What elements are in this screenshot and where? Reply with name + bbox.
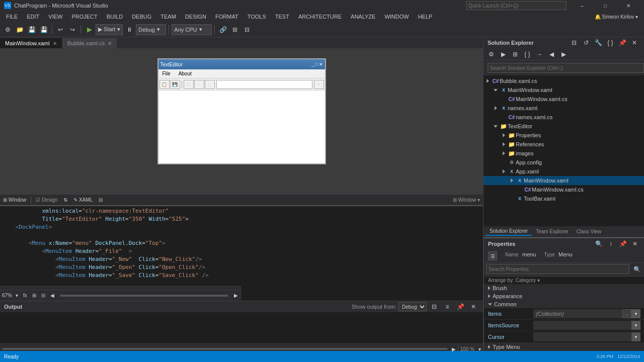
tree-item-images[interactable]: 📁 images [484, 149, 644, 158]
tree-item-mainwindow-xaml[interactable]: X MainWindow.xaml [484, 85, 644, 95]
se-close-btn[interactable]: ✕ [629, 37, 640, 48]
se-tb-btn-6[interactable]: ◀ [546, 49, 557, 60]
se-view-code-btn[interactable]: { } [605, 37, 616, 48]
se-pin-btn[interactable]: 📌 [617, 37, 628, 48]
redo-btn[interactable]: ↪ [67, 24, 78, 35]
prop-val-items[interactable]: (Collection) [533, 309, 622, 318]
menu-project[interactable]: PROJECT [67, 13, 101, 21]
grid-btn[interactable]: ⊟ [96, 197, 106, 203]
prev-tb-italic[interactable]: I [194, 80, 204, 89]
prev-tb-text-input[interactable] [216, 80, 312, 89]
se-refresh-btn[interactable]: ↺ [581, 37, 592, 48]
props-search-btn[interactable]: 🔍 [593, 238, 604, 249]
menu-build[interactable]: BUILD [103, 13, 127, 21]
start-dropdown[interactable]: ▶ Start ▾ [96, 24, 123, 35]
output-scrollbar-h[interactable] [0, 343, 483, 347]
tree-item-properties[interactable]: 📁 Properties [484, 131, 644, 140]
layout-btn-1[interactable]: ⊞ [229, 24, 240, 35]
props-pin-btn[interactable]: 📌 [617, 238, 628, 249]
props-search-input[interactable] [486, 264, 629, 274]
se-tb-btn-4[interactable]: { } [522, 49, 533, 60]
menu-help[interactable]: HELP [414, 13, 437, 21]
platform-dropdown[interactable]: Any CPU ▾ [172, 24, 212, 35]
attach-btn[interactable]: 🔗 [217, 24, 228, 35]
window-dropdown-left[interactable]: ⊞ Window [0, 197, 29, 203]
se-search-input[interactable] [488, 63, 644, 73]
tree-item-toolbar-xaml[interactable]: X ToolBar.xaml [484, 194, 644, 203]
prop-btn-itemssource[interactable]: ▼ [631, 321, 640, 330]
fx-btn[interactable]: fx [22, 293, 29, 298]
preview-close[interactable]: ✕ [319, 62, 323, 67]
save-all-btn[interactable]: 💾 [38, 24, 49, 35]
toggle-btn[interactable]: ⇅ [60, 197, 70, 203]
tree-item-mainwindow-cs[interactable]: C# MainWindow.xaml.cs [484, 95, 644, 104]
snap-btn[interactable]: ⊟ [40, 293, 47, 298]
se-collapse-btn[interactable]: ⊟ [569, 37, 580, 48]
prop-val-cursor[interactable] [533, 332, 631, 341]
prev-tb-btn-extra[interactable]: ▾ [314, 80, 324, 89]
save-btn[interactable]: 💾 [26, 24, 37, 35]
tab-close-bubble[interactable]: ✕ [108, 41, 112, 46]
menu-file[interactable]: FILE [2, 13, 22, 21]
preview-menu-file[interactable]: File [158, 71, 175, 76]
tree-item-names-xaml[interactable]: X names.xaml [484, 104, 644, 113]
design-tab-btn[interactable]: ☑ Design [33, 197, 60, 203]
prev-tb-save[interactable]: 💾 [170, 80, 180, 89]
menu-edit[interactable]: EDIT [23, 13, 43, 21]
menu-window[interactable]: WINDOW [380, 13, 413, 21]
preview-menu-about[interactable]: About [175, 71, 196, 76]
tree-item-references[interactable]: 📁 References [484, 140, 644, 149]
tree-item-bubble[interactable]: C# Bubble.xaml.cs [484, 76, 644, 85]
menu-view[interactable]: VIEW [44, 13, 66, 21]
output-close-btn[interactable]: ✕ [468, 301, 479, 312]
maximize-btn[interactable]: □ [594, 0, 617, 11]
nav-left-btn[interactable]: ◀ [49, 293, 56, 298]
menu-analyze[interactable]: ANALYZE [347, 13, 379, 21]
new-project-btn[interactable]: ⚙ [2, 24, 13, 35]
prop-section-common-header[interactable]: Common [484, 300, 644, 308]
code-scrollbar-h[interactable] [0, 286, 242, 290]
menu-format[interactable]: FORMAT [211, 13, 243, 21]
prop-section-appearance-header[interactable]: Appearance [484, 292, 644, 300]
prop-btn-items[interactable]: … [622, 309, 631, 318]
se-tab-solution[interactable]: Solution Explorer [486, 227, 532, 236]
se-tb-btn-7[interactable]: ▶ [558, 49, 569, 60]
pause-btn[interactable]: ⏸ [124, 24, 135, 35]
nav-right-btn[interactable]: ▶ [232, 293, 239, 298]
layout-btn-2[interactable]: ⊟ [242, 24, 253, 35]
menu-tools[interactable]: TOOLS [244, 13, 270, 21]
prop-section-typemenu-header[interactable]: Type Menu [484, 343, 644, 351]
menu-team[interactable]: TEAM [156, 13, 180, 21]
props-close-btn[interactable]: ✕ [629, 238, 640, 249]
menu-debug[interactable]: DEBUG [128, 13, 155, 21]
close-btn[interactable]: ✕ [617, 0, 640, 11]
se-tab-class[interactable]: Class View [573, 228, 605, 235]
tree-item-app-xaml[interactable]: X App.xaml [484, 167, 644, 176]
output-scrollbar-track[interactable] [2, 348, 448, 350]
menu-design[interactable]: DESIGN [181, 13, 210, 21]
minimize-btn[interactable]: – [571, 0, 594, 11]
tree-item-mainwindow-xaml-2[interactable]: X MainWindow.xaml [484, 176, 644, 185]
output-word-wrap-btn[interactable]: ≡ [442, 301, 453, 312]
props-search-icon[interactable]: 🔍 [631, 264, 642, 275]
quick-launch-input[interactable] [466, 1, 567, 10]
se-tb-btn-2[interactable]: ▶ [498, 49, 509, 60]
tree-item-texteditor-folder[interactable]: 📁 TextEditor [484, 122, 644, 131]
se-tb-btn-3[interactable]: ⊞ [510, 49, 521, 60]
xaml-tab-btn[interactable]: ✎ XAML [70, 197, 96, 203]
prev-tb-bold[interactable]: B [184, 80, 194, 89]
se-tb-btn-1[interactable]: ⚙ [486, 49, 497, 60]
start-btn[interactable]: ▶ [84, 24, 95, 35]
preview-minimize[interactable]: _ [311, 62, 314, 67]
code-editor[interactable]: xmlns:local="clr-namespace:TextEditor" T… [0, 206, 242, 286]
tree-item-mainwindow-cs-2[interactable]: C# MainWindow.xaml.cs [484, 185, 644, 194]
code-scrollbar-h2[interactable] [60, 295, 228, 297]
se-tab-team[interactable]: Team Explorer [532, 228, 572, 235]
se-props-btn[interactable]: 🔧 [593, 37, 604, 48]
se-tb-btn-5[interactable]: → [534, 49, 545, 60]
tree-item-app-config[interactable]: ⚙ App.config [484, 158, 644, 167]
prop-btn-cursor[interactable]: ▼ [631, 332, 640, 341]
undo-btn[interactable]: ↩ [55, 24, 66, 35]
preview-maximize[interactable]: □ [315, 62, 317, 67]
prop-section-brush-header[interactable]: Brush [484, 284, 644, 292]
